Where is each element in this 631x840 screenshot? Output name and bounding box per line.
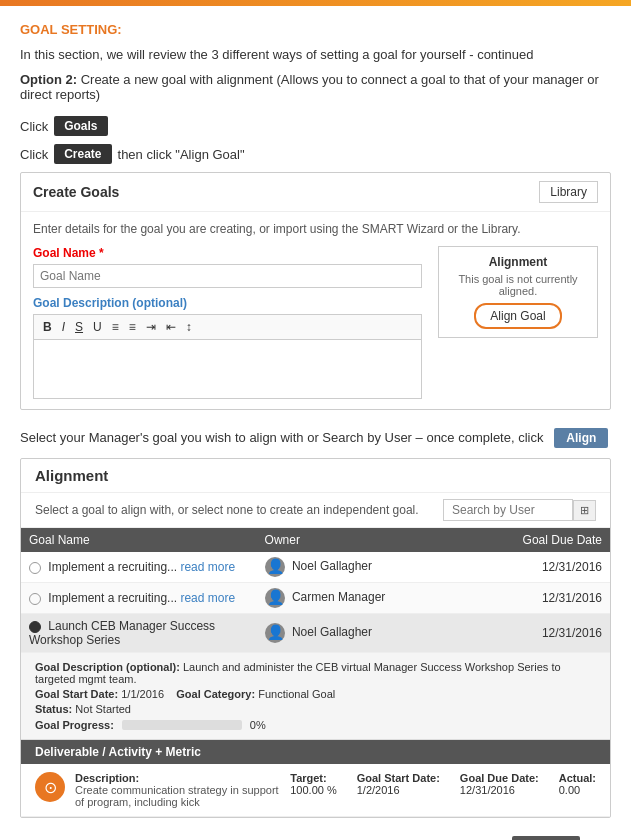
click-create-suffix: then click "Align Goal" [118, 147, 245, 162]
goal-name-text-1: Implement a recruiting... [48, 560, 177, 574]
read-more-link-2[interactable]: read more [180, 591, 235, 605]
click-label-1: Click [20, 119, 48, 134]
alignment-dialog: Alignment Select a goal to align with, o… [20, 458, 611, 818]
section-title: GOAL SETTING: [20, 22, 611, 37]
alignment-note: This goal is not currently aligned. [447, 273, 589, 297]
col-goal-name: Goal Name [21, 528, 257, 552]
underline-icon[interactable]: S [72, 319, 86, 335]
editor-toolbar: B I S U ≡ ≡ ⇥ ⇤ ↕ [33, 314, 422, 339]
expanded-goal-desc: Goal Description (optional): Launch and … [35, 661, 596, 685]
alignment-dialog-desc: Select a goal to align with, or select n… [21, 493, 610, 528]
owner-cell-1: Noel Gallagher [257, 552, 463, 583]
create-goals-body: Enter details for the goal you are creat… [21, 212, 610, 409]
table-section: Goal Name Owner Goal Due Date Implement … [21, 528, 610, 653]
start-date-meta: Goal Start Date: 1/2/2016 [357, 772, 440, 796]
progress-pct: 0% [250, 719, 266, 731]
deliverable-desc-title: Description: [75, 772, 280, 784]
goal-name-input[interactable] [33, 264, 422, 288]
expanded-start-date: Goal Start Date: 1/1/2016 Goal Category:… [35, 688, 596, 700]
goal-name-label: Goal Name * [33, 246, 422, 260]
form-left: Goal Name * Goal Description (optional) … [33, 246, 422, 399]
form-row: Goal Name * Goal Description (optional) … [33, 246, 598, 399]
progress-bar-bg [122, 720, 242, 730]
deliverable-desc: Description: Create communication strate… [75, 772, 280, 808]
user-icon-2 [265, 588, 285, 608]
goals-button[interactable]: Goals [54, 116, 107, 136]
deliverable-row: ⊙ Description: Create communication stra… [21, 764, 610, 817]
alignment-table-body: Implement a recruiting... read more Noel… [21, 552, 610, 653]
radio-unchecked-1[interactable] [29, 562, 41, 574]
submit-button[interactable]: Submit [512, 836, 581, 840]
click-label-2: Click [20, 147, 48, 162]
alignment-table: Goal Name Owner Goal Due Date Implement … [21, 528, 610, 653]
col-owner: Owner [257, 528, 463, 552]
select-manager-text: Select your Manager's goal you wish to a… [20, 428, 611, 448]
page-content: GOAL SETTING: In this section, we will r… [0, 6, 631, 840]
progress-bar-wrapper: Goal Progress: 0% [35, 719, 596, 731]
table-row: Implement a recruiting... read more Noel… [21, 552, 610, 583]
goal-desc-textarea[interactable] [33, 339, 422, 399]
click-goals-row: Click Goals [20, 116, 611, 136]
underline2-icon[interactable]: U [90, 319, 105, 335]
owner-name-2: Carmen Manager [292, 590, 385, 604]
table-row: Launch CEB Manager Success Workshop Seri… [21, 614, 610, 653]
alignment-panel-title: Alignment [447, 255, 589, 269]
create-goals-box: Create Goals Library Enter details for t… [20, 172, 611, 410]
radio-checked-3[interactable] [29, 621, 41, 633]
list-icon[interactable]: ≡ [109, 319, 122, 335]
goal-name-cell-2: Implement a recruiting... read more [21, 583, 257, 614]
indent-icon[interactable]: ⇥ [143, 319, 159, 335]
search-user-input[interactable] [443, 499, 573, 521]
read-more-link-1[interactable]: read more [180, 560, 235, 574]
actual-meta: Actual: 0.00 [559, 772, 596, 796]
deliverable-header: Deliverable / Activity + Metric [21, 740, 610, 764]
due-date-cell-1: 12/31/2016 [463, 552, 610, 583]
goal-name-text-3: Launch CEB Manager Success Workshop Seri… [29, 619, 215, 647]
source-icon[interactable]: ↕ [183, 319, 195, 335]
due-date-meta: Goal Due Date: 12/31/2016 [460, 772, 539, 796]
owner-cell-3: Noel Gallagher [257, 614, 463, 653]
alignment-dialog-title: Alignment [21, 459, 610, 493]
create-button[interactable]: Create [54, 144, 111, 164]
center-icon[interactable]: ≡ [126, 319, 139, 335]
search-user-container: ⊞ [443, 499, 596, 521]
deliverable-icon: ⊙ [35, 772, 65, 802]
goal-name-text-2: Implement a recruiting... [48, 591, 177, 605]
option-text: Option 2: Create a new goal with alignme… [20, 72, 611, 102]
modify-row: Modify the goal information as needed – … [20, 836, 611, 840]
create-goals-header: Create Goals Library [21, 173, 610, 212]
alignment-table-header: Goal Name Owner Goal Due Date [21, 528, 610, 552]
library-button[interactable]: Library [539, 181, 598, 203]
user-icon-1 [265, 557, 285, 577]
alignment-panel: Alignment This goal is not currently ali… [438, 246, 598, 338]
due-date-cell-2: 12/31/2016 [463, 583, 610, 614]
radio-unchecked-2[interactable] [29, 593, 41, 605]
progress-label: Goal Progress: [35, 719, 114, 731]
owner-name-1: Noel Gallagher [292, 559, 372, 573]
search-icon[interactable]: ⊞ [573, 500, 596, 521]
owner-name-3: Noel Gallagher [292, 625, 372, 639]
intro-text: In this section, we will review the 3 di… [20, 47, 611, 62]
goal-desc-label: Goal Description (optional) [33, 296, 422, 310]
align-button[interactable]: Align [554, 428, 608, 448]
bold-icon[interactable]: B [40, 319, 55, 335]
expanded-status: Status: Not Started [35, 703, 596, 715]
table-row: Implement a recruiting... read more Carm… [21, 583, 610, 614]
due-date-cell-3: 12/31/2016 [463, 614, 610, 653]
user-icon-3 [265, 623, 285, 643]
outdent-icon[interactable]: ⇤ [163, 319, 179, 335]
create-goals-title: Create Goals [33, 184, 119, 200]
create-goals-desc: Enter details for the goal you are creat… [33, 222, 598, 236]
italic-icon[interactable]: I [59, 319, 68, 335]
click-create-row: Click Create then click "Align Goal" [20, 144, 611, 164]
deliverable-desc-text: Create communication strategy in support… [75, 784, 280, 808]
deliverable-meta: Target: 100.00 % Goal Start Date: 1/2/20… [290, 772, 596, 796]
target-meta: Target: 100.00 % [290, 772, 336, 796]
expanded-details: Goal Description (optional): Launch and … [21, 653, 610, 740]
col-due-date: Goal Due Date [463, 528, 610, 552]
owner-cell-2: Carmen Manager [257, 583, 463, 614]
goal-name-cell-3: Launch CEB Manager Success Workshop Seri… [21, 614, 257, 653]
goal-name-cell: Implement a recruiting... read more [21, 552, 257, 583]
align-goal-button[interactable]: Align Goal [474, 303, 561, 329]
